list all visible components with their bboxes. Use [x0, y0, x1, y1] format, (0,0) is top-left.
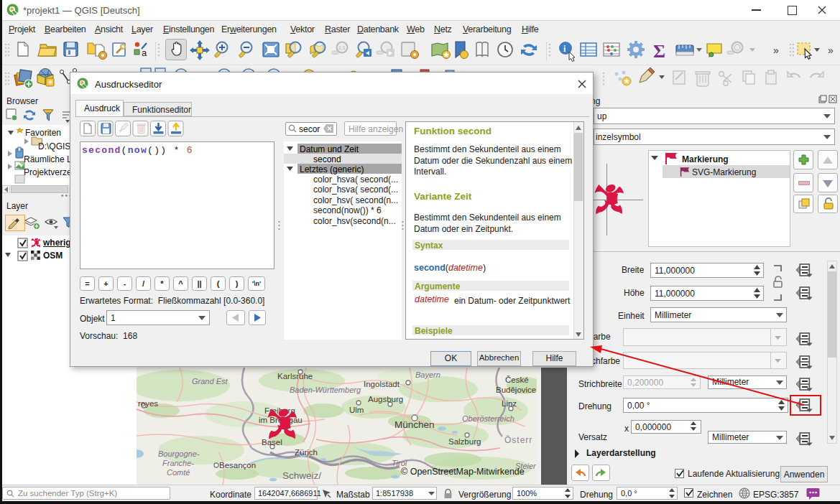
svg-text:Oberösterreich: Oberösterreich [462, 414, 514, 423]
svg-text:Ulm: Ulm [349, 406, 364, 414]
svg-text:^: ^ [178, 279, 183, 288]
svg-text:Bayern: Bayern [415, 370, 440, 379]
svg-text:Besançon: Besançon [219, 461, 256, 470]
svg-text:»: » [828, 45, 834, 56]
svg-text:Baden-Württemberg: Baden-Württemberg [290, 386, 361, 394]
svg-text:1:1: 1:1 [338, 45, 346, 50]
svg-text:Zürich: Zürich [295, 448, 318, 457]
svg-text:+: + [103, 279, 108, 288]
svg-text:/: / [142, 279, 144, 288]
svg-text:České: České [505, 375, 529, 384]
svg-text:Augsburg: Augsburg [368, 395, 403, 403]
svg-text:Bourgogne-: Bourgogne- [158, 449, 200, 458]
svg-text:(: ( [217, 279, 220, 288]
svg-text:-: - [124, 279, 126, 288]
svg-text:a: a [142, 47, 147, 58]
svg-text:Franche-: Franche- [162, 459, 194, 467]
svg-text:München: München [394, 419, 435, 430]
svg-text:Basel: Basel [262, 438, 282, 447]
svg-text:'\n': '\n' [252, 280, 261, 287]
svg-text:||: || [197, 279, 201, 288]
svg-text:Ingolstadt: Ingolstadt [364, 380, 400, 388]
svg-text:Grand Est: Grand Est [192, 377, 228, 386]
svg-text:Österr: Österr [504, 435, 532, 445]
svg-text:=: = [85, 279, 89, 288]
svg-text:© OpenStreetMap-Mitwirkende: © OpenStreetMap-Mitwirkende [401, 467, 525, 477]
svg-text:Schweiz/: Schweiz/ [282, 470, 321, 481]
svg-text:Linz: Linz [502, 399, 517, 408]
svg-text:): ) [236, 279, 239, 288]
svg-text:*: * [160, 279, 164, 288]
svg-text:✳: ✳ [47, 78, 53, 86]
svg-text:Σ: Σ [653, 41, 665, 62]
svg-text:royes: royes [138, 399, 158, 408]
svg-text:Karlsruhe: Karlsruhe [277, 372, 313, 381]
svg-text:Budějovice: Budějovice [496, 386, 536, 394]
svg-text:Comté: Comté [167, 468, 190, 477]
svg-text:»: » [773, 45, 779, 56]
svg-text:Salzburg: Salzburg [448, 437, 481, 446]
